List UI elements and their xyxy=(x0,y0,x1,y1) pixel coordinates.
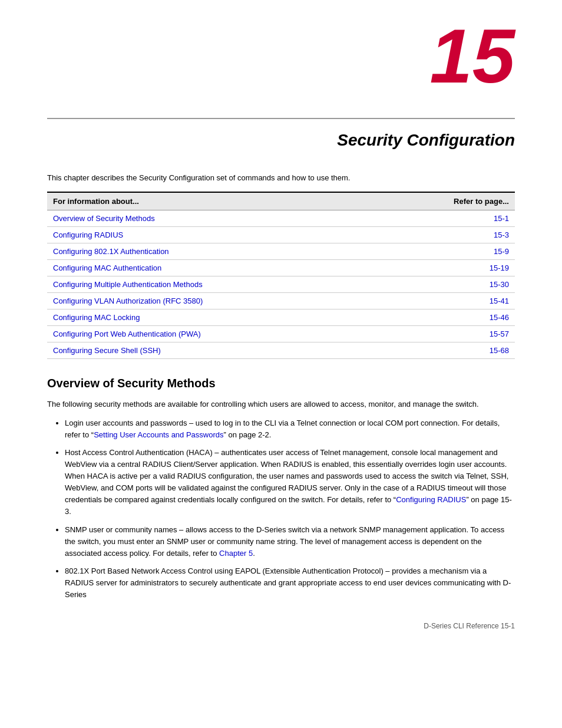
table-row: Configuring Multiple Authentication Meth… xyxy=(47,276,515,293)
table-row: Configuring MAC Locking15-46 xyxy=(47,309,515,326)
toc-page-ref: 15-46 xyxy=(378,309,515,326)
toc-link[interactable]: Configuring MAC Authentication xyxy=(47,260,378,276)
table-row: Configuring RADIUS15-3 xyxy=(47,227,515,243)
toc-col2-header: Refer to page... xyxy=(378,192,515,210)
table-row: Configuring MAC Authentication15-19 xyxy=(47,260,515,276)
toc-page-ref: 15-19 xyxy=(378,260,515,276)
toc-link[interactable]: Configuring RADIUS xyxy=(47,227,378,243)
table-row: Configuring 802.1X Authentication15-9 xyxy=(47,243,515,260)
list-item: SNMP user or community names – allows ac… xyxy=(65,524,515,559)
toc-link[interactable]: Configuring Port Web Authentication (PWA… xyxy=(47,326,378,342)
list-item: 802.1X Port Based Network Access Control… xyxy=(65,565,515,601)
toc-page-ref: 15-30 xyxy=(378,276,515,293)
footer-right: D-Series CLI Reference 15-1 xyxy=(424,622,515,630)
toc-link[interactable]: Configuring VLAN Authorization (RFC 3580… xyxy=(47,293,378,309)
toc-link[interactable]: Configuring 802.1X Authentication xyxy=(47,243,378,260)
toc-col1-header: For information about... xyxy=(47,192,378,210)
toc-page-ref: 15-41 xyxy=(378,293,515,309)
intro-text: This chapter describes the Security Conf… xyxy=(47,173,515,182)
toc-page-ref: 15-1 xyxy=(378,210,515,227)
toc-link[interactable]: Configuring Multiple Authentication Meth… xyxy=(47,276,378,293)
table-row: Configuring Port Web Authentication (PWA… xyxy=(47,326,515,342)
section1-bullets: Login user accounts and passwords – used… xyxy=(65,417,515,601)
table-row: Configuring VLAN Authorization (RFC 3580… xyxy=(47,293,515,309)
toc-page-ref: 15-57 xyxy=(378,326,515,342)
chapter-number: 15 xyxy=(429,18,515,94)
chapter-title: Security Configuration xyxy=(47,131,515,150)
toc-link[interactable]: Configuring Secure Shell (SSH) xyxy=(47,342,378,359)
table-row: Configuring Secure Shell (SSH)15-68 xyxy=(47,342,515,359)
table-row: Overview of Security Methods15-1 xyxy=(47,210,515,227)
section1-intro: The following security methods are avail… xyxy=(47,398,515,410)
toc-table: For information about... Refer to page..… xyxy=(47,192,515,359)
toc-link[interactable]: Configuring MAC Locking xyxy=(47,309,378,326)
toc-link[interactable]: Overview of Security Methods xyxy=(47,210,378,227)
section1-heading: Overview of Security Methods xyxy=(47,377,515,390)
list-item: Login user accounts and passwords – used… xyxy=(65,417,515,441)
toc-page-ref: 15-3 xyxy=(378,227,515,243)
list-item: Host Access Control Authentication (HACA… xyxy=(65,447,515,518)
toc-page-ref: 15-9 xyxy=(378,243,515,260)
toc-page-ref: 15-68 xyxy=(378,342,515,359)
chapter-divider xyxy=(47,118,515,119)
